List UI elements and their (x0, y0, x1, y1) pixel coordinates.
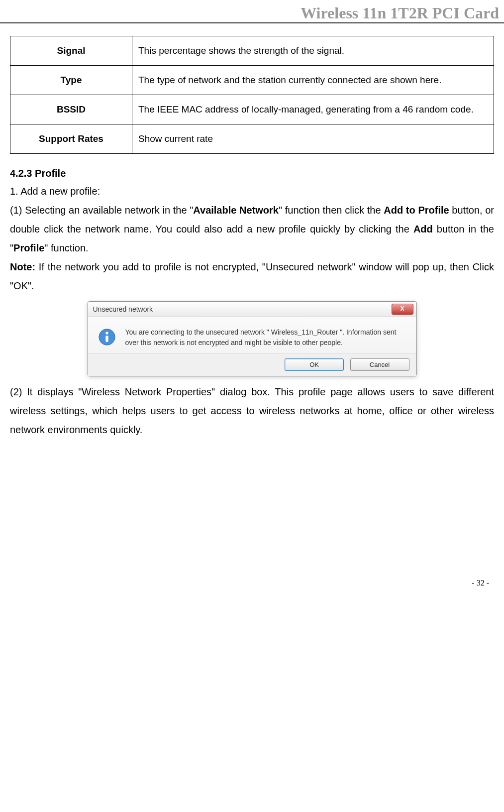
header-title: Wireless 11n 1T2R PCI Card (301, 4, 499, 22)
dialog-title: Unsecured network (93, 305, 153, 313)
dialog-titlebar: Unsecured network X (88, 302, 416, 317)
row-label-rates: Support Rates (10, 124, 132, 154)
dialog-message: You are connecting to the unsecured netw… (125, 327, 406, 348)
close-icon: X (400, 305, 404, 312)
note-label: Note: (10, 261, 35, 272)
dialog-body: You are connecting to the unsecured netw… (88, 317, 416, 353)
p1-available-network: Available Network (193, 205, 279, 216)
note-paragraph: Note: If the network you add to profile … (10, 257, 494, 295)
p1-i: " function. (44, 242, 88, 253)
dialog-wrapper: Unsecured network X You are connecting t… (10, 301, 494, 376)
row-desc-type: The type of network and the station curr… (132, 66, 494, 95)
row-desc-rates: Show current rate (132, 124, 494, 154)
paragraph-1: (1) Selecting an available network in th… (10, 201, 494, 257)
svg-rect-2 (105, 336, 108, 342)
table-row: BSSID The IEEE MAC address of locally-ma… (10, 95, 494, 124)
p1-a: (1) Selecting an available network in th… (10, 205, 193, 216)
paragraph-2: (2) It displays "Wireless Network Proper… (10, 382, 494, 439)
row-label-bssid: BSSID (10, 95, 132, 124)
page-number: - 32 - (472, 579, 489, 587)
close-button[interactable]: X (392, 304, 413, 315)
row-desc-bssid: The IEEE MAC address of locally-managed,… (132, 95, 494, 124)
line-add-profile: 1. Add a new profile: (10, 182, 494, 201)
info-table: Signal This percentage shows the strengt… (10, 36, 494, 154)
row-label-signal: Signal (10, 36, 132, 66)
ok-button[interactable]: OK (285, 358, 344, 371)
section-heading: 4.2.3 Profile (10, 168, 494, 179)
table-row: Signal This percentage shows the strengt… (10, 36, 494, 66)
note-text: If the network you add to profile is not… (10, 261, 494, 291)
p1-add: Add (413, 224, 433, 234)
unsecured-dialog: Unsecured network X You are connecting t… (88, 301, 417, 376)
p1-add-to-profile: Add to Profile (384, 205, 449, 216)
footer: - 32 - (0, 579, 504, 598)
p1-profile: Profile (13, 242, 44, 253)
info-icon (98, 327, 118, 348)
page-header: Wireless 11n 1T2R PCI Card (0, 0, 504, 23)
cancel-button[interactable]: Cancel (350, 358, 409, 371)
row-desc-signal: This percentage shows the strength of th… (132, 36, 494, 66)
row-label-type: Type (10, 66, 132, 95)
table-row: Type The type of network and the station… (10, 66, 494, 95)
dialog-footer: OK Cancel (88, 353, 416, 376)
page-content: Signal This percentage shows the strengt… (0, 36, 504, 439)
p1-c: " function then click the (279, 205, 384, 216)
svg-point-1 (105, 332, 108, 334)
table-row: Support Rates Show current rate (10, 124, 494, 154)
